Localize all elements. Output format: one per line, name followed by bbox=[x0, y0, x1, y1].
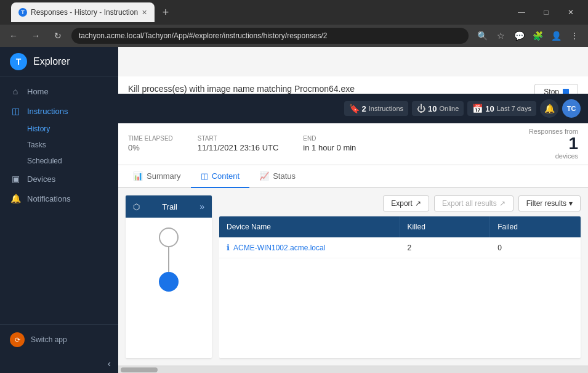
favicon-letter: T bbox=[21, 9, 25, 15]
tab-summary[interactable]: 📊 Summary bbox=[123, 165, 191, 188]
new-tab-button[interactable]: + bbox=[157, 4, 174, 21]
switch-app-button[interactable]: ⟳ Switch app bbox=[0, 324, 118, 355]
main-area: 🔖 2 Instructions ⏻ 10 Online 📅 10 Last 7… bbox=[118, 47, 588, 373]
tab-status[interactable]: 📈 Status bbox=[249, 165, 305, 188]
failed-value: 0 bbox=[497, 244, 502, 252]
summary-label: Summary bbox=[147, 171, 181, 181]
extensions-icon-button[interactable]: 🧩 bbox=[529, 27, 546, 44]
td-failed: 0 bbox=[490, 237, 581, 258]
stats-bar: Time elapsed 0% Start 11/11/2021 23:16 U… bbox=[118, 123, 588, 165]
th-failed-label: Failed bbox=[497, 223, 518, 231]
table-header: Device Name Killed Failed bbox=[219, 216, 581, 237]
browser-icons: 🔍 ☆ 💬 🧩 👤 ⋮ bbox=[473, 27, 583, 44]
online-badge[interactable]: ⏻ 10 Online bbox=[412, 101, 464, 116]
sidebar-item-history[interactable]: History bbox=[0, 121, 118, 137]
refresh-button[interactable]: ↻ bbox=[49, 27, 66, 44]
sidebar-item-devices[interactable]: ▣ Devices bbox=[0, 169, 118, 189]
days-badge[interactable]: 📅 10 Last 7 days bbox=[467, 101, 536, 116]
results-panel: Export ↗ Export all results ↗ Filter res… bbox=[219, 188, 588, 366]
horizontal-scrollbar[interactable] bbox=[118, 366, 588, 373]
calendar-icon: 📅 bbox=[472, 104, 483, 113]
trail-chevron-icon[interactable]: » bbox=[199, 202, 204, 211]
instructions-badge[interactable]: 🔖 2 Instructions bbox=[344, 101, 408, 116]
online-count: 10 bbox=[428, 104, 437, 113]
data-table: Device Name Killed Failed ℹ bbox=[219, 216, 581, 358]
back-button[interactable]: ← bbox=[5, 27, 22, 44]
user-avatar[interactable]: TC bbox=[562, 99, 581, 118]
export-all-button[interactable]: Export all results ↗ bbox=[434, 195, 513, 211]
tab-close-button[interactable]: ✕ bbox=[142, 9, 147, 17]
history-label: History bbox=[27, 125, 50, 133]
elapsed-stat: Time elapsed 0% bbox=[128, 135, 173, 152]
th-device-name-label: Device Name bbox=[227, 223, 271, 231]
close-button[interactable]: ✕ bbox=[558, 0, 583, 25]
forward-button[interactable]: → bbox=[27, 27, 44, 44]
instructions-badge-label: Instructions bbox=[369, 105, 403, 112]
account-icon-button[interactable]: 👤 bbox=[547, 27, 565, 44]
tab-favicon: T bbox=[18, 8, 27, 17]
start-stat: Start 11/11/2021 23:16 UTC bbox=[198, 135, 279, 152]
responses-count: 1 bbox=[568, 135, 578, 152]
instructions-count: 2 bbox=[362, 104, 366, 113]
sidebar-item-instructions[interactable]: ◫ Instructions bbox=[0, 101, 118, 121]
content-label: Content bbox=[212, 171, 240, 181]
chat-icon-button[interactable]: 💬 bbox=[510, 27, 528, 44]
th-device-name: Device Name bbox=[219, 216, 400, 237]
collapse-icon: ‹ bbox=[108, 358, 111, 369]
device-name-link[interactable]: ACME-WIN1002.acme.local bbox=[233, 244, 325, 252]
filter-results-button[interactable]: Filter results ▾ bbox=[518, 195, 581, 211]
filter-chevron-icon: ▾ bbox=[569, 199, 573, 208]
scrollbar-thumb[interactable] bbox=[121, 367, 158, 372]
th-failed: Failed bbox=[490, 216, 581, 237]
trail-label: Trail bbox=[162, 202, 177, 211]
command-title: Kill process(es) with image name matchin… bbox=[128, 84, 534, 94]
trail-icon: ⬡ bbox=[133, 202, 140, 211]
tab-content[interactable]: ◫ Content bbox=[191, 165, 250, 188]
trail-connector-line bbox=[168, 247, 169, 272]
filter-label: Filter results bbox=[526, 199, 566, 208]
export-button[interactable]: Export ↗ bbox=[383, 195, 429, 211]
elapsed-value: 0% bbox=[128, 143, 140, 152]
summary-icon: 📊 bbox=[133, 171, 143, 181]
end-label: End bbox=[303, 135, 356, 142]
sidebar-nav: ⌂ Home ◫ Instructions History Tasks Sche… bbox=[0, 76, 118, 324]
top-bar: 🔖 2 Instructions ⏻ 10 Online 📅 10 Last 7… bbox=[118, 94, 588, 123]
switch-app-icon: ⟳ bbox=[10, 332, 25, 347]
tab-bar: T Responses - History - Instruction ✕ + bbox=[11, 0, 505, 25]
home-icon: ⌂ bbox=[10, 86, 21, 96]
killed-value: 2 bbox=[408, 244, 412, 252]
sidebar-item-notifications[interactable]: 🔔 Notifications bbox=[0, 189, 118, 208]
bookmark-icon-button[interactable]: ☆ bbox=[492, 27, 509, 44]
menu-icon-button[interactable]: ⋮ bbox=[566, 27, 583, 44]
address-bar-row: ← → ↻ 🔍 ☆ 💬 🧩 👤 ⋮ bbox=[0, 25, 588, 47]
restore-button[interactable]: □ bbox=[534, 0, 558, 25]
row-info-icon: ℹ bbox=[227, 243, 230, 252]
devices-label: Devices bbox=[27, 174, 55, 184]
tab-title: Responses - History - Instruction bbox=[31, 8, 138, 17]
search-icon-button[interactable]: 🔍 bbox=[473, 27, 491, 44]
end-stat: End in 1 hour 0 min bbox=[303, 135, 356, 152]
instructions-label: Instructions bbox=[27, 107, 68, 116]
bell-button[interactable]: 🔔 bbox=[540, 99, 558, 118]
start-label: Start bbox=[198, 135, 279, 142]
trail-body bbox=[126, 218, 212, 301]
content-area: ⬡ Trail » Export ↗ bbox=[118, 188, 588, 366]
sidebar-item-home[interactable]: ⌂ Home bbox=[0, 81, 118, 101]
address-input[interactable] bbox=[71, 28, 469, 44]
status-icon: 📈 bbox=[259, 171, 269, 181]
logo-letter: T bbox=[16, 57, 22, 67]
active-tab[interactable]: T Responses - History - Instruction ✕ bbox=[11, 2, 155, 22]
minimize-button[interactable]: — bbox=[509, 0, 534, 25]
export-icon: ↗ bbox=[415, 199, 421, 208]
sidebar-collapse-button[interactable]: ‹ bbox=[0, 355, 118, 373]
notifications-label: Notifications bbox=[27, 194, 71, 203]
sidebar-item-scheduled[interactable]: Scheduled bbox=[0, 153, 118, 169]
results-toolbar: Export ↗ Export all results ↗ Filter res… bbox=[219, 195, 581, 211]
days-label: Last 7 days bbox=[497, 105, 531, 112]
scheduled-label: Scheduled bbox=[27, 157, 62, 165]
sidebar-item-tasks[interactable]: Tasks bbox=[0, 137, 118, 153]
app-name: Explorer bbox=[33, 56, 70, 67]
export-all-label: Export all results bbox=[442, 199, 497, 208]
export-all-icon: ↗ bbox=[499, 199, 505, 208]
trail-node-start bbox=[159, 227, 179, 247]
